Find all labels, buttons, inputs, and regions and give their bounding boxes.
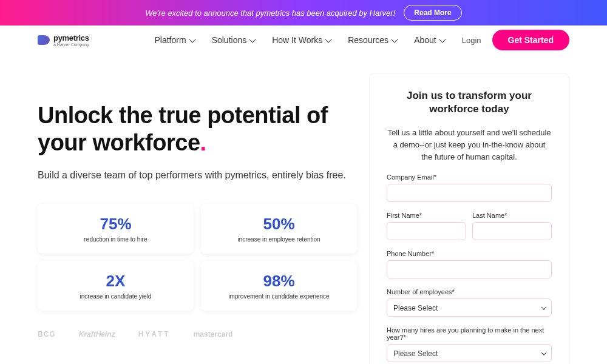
- lname-label: Last Name*: [472, 212, 552, 219]
- nav-items: Platform Solutions How It Works Resource…: [155, 35, 445, 45]
- last-name-field[interactable]: [472, 222, 552, 240]
- stats-grid: 75% reduction in time to hire 50% increa…: [38, 204, 357, 311]
- employees-select[interactable]: Please Select: [387, 298, 552, 317]
- brand-icon: [38, 35, 50, 45]
- stat-label: increase in candidate yield: [45, 293, 186, 300]
- stat-card: 98% improvement in candidate experience: [201, 261, 357, 311]
- login-link[interactable]: Login: [462, 36, 481, 45]
- client-logo: BCG: [38, 330, 56, 339]
- email-label: Company Email*: [387, 174, 552, 181]
- chevron-down-icon: [249, 36, 256, 42]
- client-logo: KraftHeinz: [79, 330, 115, 339]
- read-more-button[interactable]: Read More: [404, 5, 461, 21]
- stat-card: 2X increase in candidate yield: [38, 261, 194, 311]
- stat-label: increase in employee retention: [208, 236, 350, 243]
- employees-label: Number of employees*: [387, 288, 552, 295]
- stat-number: 50%: [208, 215, 350, 234]
- stat-card: 75% reduction in time to hire: [38, 204, 194, 254]
- stat-number: 75%: [45, 215, 186, 234]
- chevron-down-icon: [391, 36, 398, 42]
- client-logos: BCG KraftHeinz HYATT mastercard: [38, 330, 357, 339]
- get-started-button[interactable]: Get Started: [492, 30, 569, 50]
- chevron-down-icon: [325, 36, 332, 42]
- stat-number: 2X: [45, 272, 186, 291]
- client-logo: mastercard: [194, 330, 233, 339]
- stat-label: improvement in candidate experience: [208, 293, 350, 300]
- nav-how-it-works[interactable]: How It Works: [272, 35, 331, 45]
- nav-platform[interactable]: Platform: [155, 35, 195, 45]
- fname-label: First Name*: [387, 212, 466, 219]
- hires-select[interactable]: Please Select: [387, 344, 552, 362]
- announcement-bar: We're excited to announce that pymetrics…: [0, 0, 607, 25]
- nav-about[interactable]: About: [414, 35, 445, 45]
- announcement-text: We're excited to announce that pymetrics…: [145, 8, 395, 18]
- logo[interactable]: pymetrics a Harver Company: [38, 33, 89, 47]
- phone-field[interactable]: [387, 260, 552, 278]
- email-field[interactable]: [387, 184, 552, 202]
- chevron-down-icon: [189, 36, 195, 42]
- form-title: Join us to transform your workforce toda…: [387, 89, 552, 116]
- hires-label: How many hires are you planning to make …: [387, 326, 552, 341]
- nav-solutions[interactable]: Solutions: [212, 35, 256, 45]
- stat-label: reduction in time to hire: [45, 236, 186, 243]
- contact-form: Join us to transform your workforce toda…: [369, 73, 569, 364]
- client-logo: HYATT: [138, 330, 171, 339]
- stat-number: 98%: [208, 272, 350, 291]
- page-subhead: Build a diverse team of top performers w…: [38, 170, 357, 181]
- brand-name: pymetrics: [53, 33, 89, 42]
- form-desc: Tell us a little about yourself and we'l…: [387, 127, 552, 163]
- navbar: pymetrics a Harver Company Platform Solu…: [0, 25, 607, 55]
- page-title: Unlock the true potential of your workfo…: [38, 102, 357, 157]
- phone-label: Phone Number*: [387, 250, 552, 257]
- nav-resources[interactable]: Resources: [348, 35, 397, 45]
- chevron-down-icon: [439, 36, 446, 42]
- stat-card: 50% increase in employee retention: [201, 204, 357, 254]
- brand-sub: a Harver Company: [53, 42, 89, 47]
- first-name-field[interactable]: [387, 222, 466, 240]
